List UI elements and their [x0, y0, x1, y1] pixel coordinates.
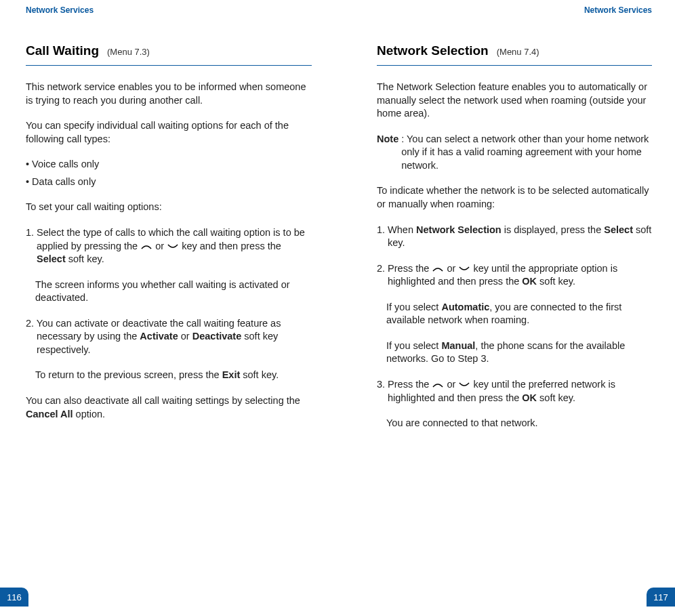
- text: option.: [73, 409, 106, 419]
- menu-ref-right: (Menu 7.4): [497, 47, 539, 57]
- down-arc-icon: [458, 266, 470, 272]
- automatic-label: Automatic: [441, 302, 489, 312]
- deactivate-label: Deactivate: [192, 331, 242, 342]
- paragraph: This network service enables you to be i…: [26, 81, 312, 107]
- text: If you select: [386, 340, 441, 351]
- ok-label: OK: [522, 276, 537, 287]
- paragraph: You can specify individual call waiting …: [26, 119, 312, 146]
- section-header-left: Call Waiting (Menu 7.3): [26, 43, 312, 66]
- text: or: [152, 241, 167, 251]
- ok-label: OK: [522, 392, 537, 403]
- step-sub: The screen informs you whether call wait…: [35, 279, 312, 305]
- bullet-item: • Voice calls only: [26, 158, 312, 171]
- text: If you select: [386, 302, 441, 312]
- page-spread: Network Services Call Waiting (Menu 7.3)…: [0, 0, 675, 616]
- text: 1. When: [377, 224, 416, 235]
- note-block: Note : You can select a network other th…: [377, 133, 652, 173]
- up-arc-icon: [140, 243, 152, 250]
- step-1: 1. Select the type of calls to which the…: [26, 226, 312, 266]
- step-2: 2. Press the or key until the appropriat…: [377, 262, 652, 289]
- page-number-right: 117: [647, 588, 675, 607]
- bullet-item: • Data calls only: [26, 176, 312, 189]
- text: You can also deactivate all call waiting…: [26, 395, 300, 406]
- text: To return to the previous screen, press …: [35, 369, 222, 380]
- paragraph: To indicate whether the network is to be…: [377, 184, 652, 211]
- running-head-left: Network Services: [26, 5, 312, 15]
- manual-label: Manual: [441, 340, 475, 351]
- up-arc-icon: [432, 382, 444, 388]
- paragraph: You can also deactivate all call waiting…: [26, 394, 312, 421]
- bullet-list: • Voice calls only • Data calls only: [26, 158, 312, 188]
- step-sub: You are connected to that network.: [386, 417, 652, 430]
- text: key and then press the: [179, 241, 281, 251]
- network-selection-label: Network Selection: [416, 224, 502, 235]
- step-3: 3. Press the or key until the preferred …: [377, 378, 652, 405]
- note-text: : You can select a network other than yo…: [398, 133, 652, 173]
- step-sub: To return to the previous screen, press …: [35, 369, 312, 382]
- text: 3. Press the: [377, 379, 432, 390]
- text: 2. Press the: [377, 263, 432, 274]
- text: or: [444, 263, 458, 274]
- step-sub: If you select Manual, the phone scans fo…: [386, 340, 652, 366]
- body-right: The Network Selection feature enables yo…: [377, 81, 652, 430]
- menu-ref-left: (Menu 7.3): [107, 47, 150, 57]
- section-header-right: Network Selection (Menu 7.4): [377, 43, 652, 66]
- exit-label: Exit: [222, 369, 241, 380]
- section-title-left: Call Waiting: [26, 43, 99, 58]
- page-right: Network Services Network Selection (Menu…: [338, 0, 675, 616]
- step-2: 2. You can activate or deactivate the ca…: [26, 317, 312, 357]
- paragraph: The Network Selection feature enables yo…: [377, 81, 652, 121]
- text: soft key.: [537, 392, 575, 403]
- page-number-left: 116: [0, 588, 28, 607]
- page-left: Network Services Call Waiting (Menu 7.3)…: [0, 0, 338, 616]
- down-arc-icon: [167, 243, 179, 250]
- text: soft key.: [537, 276, 575, 287]
- running-head-right: Network Services: [377, 5, 652, 15]
- select-label: Select: [37, 253, 66, 264]
- text: soft key.: [66, 253, 104, 264]
- section-title-right: Network Selection: [377, 43, 489, 58]
- up-arc-icon: [432, 266, 444, 272]
- select-label: Select: [604, 224, 633, 235]
- cancel-all-label: Cancel All: [26, 409, 73, 419]
- paragraph: To set your call waiting options:: [26, 201, 312, 214]
- activate-label: Activate: [140, 331, 178, 342]
- body-left: This network service enables you to be i…: [26, 81, 312, 421]
- text: or: [178, 331, 192, 342]
- text: is displayed, press the: [502, 224, 605, 235]
- note-label: Note: [377, 133, 398, 173]
- step-1: 1. When Network Selection is displayed, …: [377, 224, 652, 250]
- down-arc-icon: [458, 382, 470, 388]
- text: or: [444, 379, 458, 390]
- step-sub: If you select Automatic, you are connect…: [386, 301, 652, 327]
- text: soft key.: [240, 369, 279, 380]
